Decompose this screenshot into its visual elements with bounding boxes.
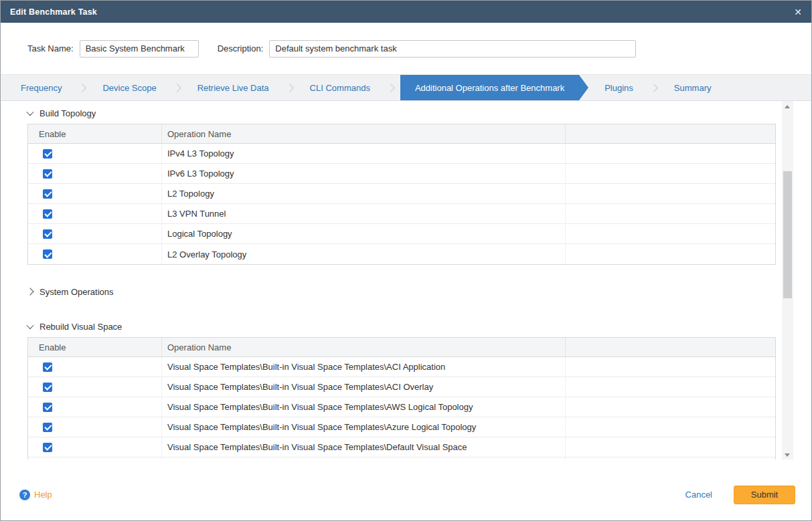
operation-name-column-header: Operation Name [162,338,566,356]
empty-column-header [566,124,775,143]
table-row: IPv4 L3 Topology [28,144,775,164]
section-title: System Operations [39,287,114,297]
enable-checkbox[interactable] [43,383,52,392]
table-row: Visual Space Templates\Built-in Visual S… [28,397,775,417]
tab-device-scope[interactable]: Device Scope [92,75,167,100]
tab-additional-operations-after-benchmark[interactable]: Additional Operations after Benchmark [400,75,579,100]
tab-separator-chevron-icon [285,84,294,92]
help-question-icon: ? [19,490,30,500]
enable-checkbox[interactable] [43,229,52,239]
dialog-footer: ? Help Cancel Submit [1,459,811,520]
task-name-input[interactable] [80,40,199,58]
table-row: Visual Space Templates\Built-in Visual S… [28,377,775,397]
task-name-label: Task Name: [27,43,74,54]
operation-name: Visual Space Templates\Built-in Visual S… [162,417,566,437]
operation-name: Visual Space Templates\Built-in Visual S… [162,357,566,377]
cancel-button[interactable]: Cancel [685,490,712,500]
tab-separator-chevron-icon [173,84,181,92]
table-row: IPv6 L3 Topology [28,164,775,184]
operation-name: L2 Topology [162,184,566,203]
enable-checkbox[interactable] [43,423,52,432]
section-rebuild-visual-space-toggle[interactable]: Rebuild Visual Space [27,320,811,333]
section-title: Build Topology [39,108,96,118]
help-label: Help [34,490,52,500]
scrollbar-thumb[interactable] [783,171,792,298]
table-header-row: Enable Operation Name [28,124,775,144]
operation-name: Visual Space Templates\Built-in Visual S… [162,377,566,397]
operation-name-column-header: Operation Name [162,124,566,143]
operation-name: IPv6 L3 Topology [162,164,566,183]
enable-checkbox[interactable] [43,443,52,452]
scroll-up-arrow-icon[interactable] [782,101,793,112]
content-viewport: Build Topology Enable Operation Name IPv… [1,101,811,459]
chevron-right-icon [26,288,33,295]
table-row: L2 Overlay Topology [28,244,775,264]
enable-checkbox[interactable] [43,362,52,372]
tab-separator-chevron-icon [78,84,87,92]
operation-name: Logical Topology [162,224,566,243]
operation-name: Visual Space Templates\Built-in Visual S… [162,397,566,417]
enable-column-header: Enable [28,124,162,143]
rebuild-visual-space-table: Enable Operation Name Visual Space Templ… [27,337,776,459]
dialog-title: Edit Benchmark Task [10,7,97,17]
help-button[interactable]: ? Help [19,490,52,500]
enable-checkbox[interactable] [43,189,52,199]
table-row: Visual Space Templates\Built-in Visual S… [28,357,775,377]
task-form: Task Name: Description: [1,23,811,74]
submit-button[interactable]: Submit [734,486,795,504]
tab-cli-commands[interactable]: CLI Commands [299,75,381,100]
operation-name: L3 VPN Tunnel [162,204,566,223]
enable-checkbox[interactable] [43,209,52,219]
tab-separator-chevron-icon [386,84,395,92]
vertical-scrollbar[interactable] [782,101,793,461]
operation-name: Visual Space Templates\Built-in Visual S… [162,437,566,457]
close-icon[interactable]: ✕ [794,7,802,17]
enable-checkbox[interactable] [43,169,52,179]
operation-name: L2 Overlay Topology [162,244,566,264]
section-system-operations-toggle[interactable]: System Operations [27,285,811,298]
table-row: Visual Space Templates\Built-in Visual S… [28,437,775,457]
enable-checkbox[interactable] [43,249,52,259]
empty-column-header [566,338,775,356]
section-title: Rebuild Visual Space [39,322,122,332]
wizard-tabbar: Frequency Device Scope Retrieve Live Dat… [1,74,811,101]
table-row: Logical Topology [28,224,775,244]
table-row: Visual Space Templates\Built-in Visual S… [28,417,775,437]
tab-separator-chevron-icon [649,84,658,92]
enable-checkbox[interactable] [43,149,52,159]
table-row: L2 Topology [28,184,775,204]
enable-checkbox[interactable] [43,403,52,412]
build-topology-table: Enable Operation Name IPv4 L3 Topology I… [27,124,776,265]
table-header-row: Enable Operation Name [28,338,775,357]
edit-benchmark-task-dialog: Edit Benchmark Task ✕ Task Name: Descrip… [0,0,812,521]
tab-retrieve-live-data[interactable]: Retrieve Live Data [187,75,280,100]
table-row: L3 VPN Tunnel [28,204,775,224]
enable-column-header: Enable [28,338,162,356]
tab-frequency[interactable]: Frequency [10,75,72,100]
description-input[interactable] [269,40,636,58]
dialog-titlebar: Edit Benchmark Task ✕ [1,1,811,23]
operation-name: IPv4 L3 Topology [162,144,566,163]
chevron-down-icon [26,108,33,116]
section-build-topology-toggle[interactable]: Build Topology [27,106,811,120]
description-label: Description: [218,43,264,54]
chevron-down-icon [26,322,33,329]
tab-plugins[interactable]: Plugins [594,75,644,100]
tab-summary[interactable]: Summary [663,75,722,100]
